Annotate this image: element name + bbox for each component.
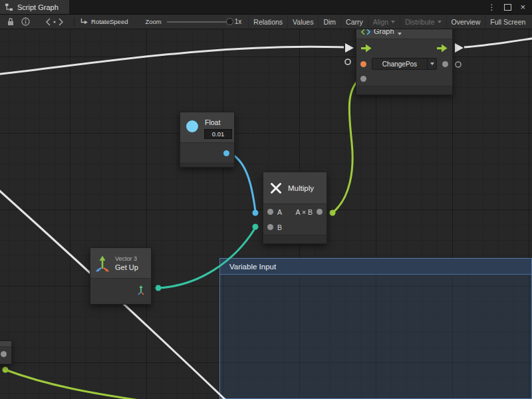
window-menu-icon[interactable]: ⋮ (487, 3, 495, 11)
vector3-output-port-icon[interactable] (136, 285, 146, 296)
graph-unit-icon (361, 29, 370, 35)
graph-pointer-icon (80, 15, 88, 29)
flow-in-port-icon[interactable] (361, 44, 372, 53)
button-label: Relations (253, 18, 283, 26)
zoom-slider[interactable] (167, 21, 231, 23)
zoom-value: 1x (235, 18, 242, 25)
chevron-down-icon (391, 21, 395, 23)
offscreen-node-header (0, 341, 11, 347)
vector3-get-up-node[interactable]: Vector 3 Get Up (90, 247, 152, 305)
button-label: Distribute (405, 18, 434, 26)
toolbar-button-align[interactable]: Align (368, 15, 400, 29)
label-b: B (277, 223, 282, 231)
lock-icon-glyph (7, 17, 15, 26)
jump-to-code-icon[interactable] (41, 15, 68, 29)
toolbar-buttons: Relations Values Dim Carry Align Distrib… (248, 15, 530, 29)
label-a-times-b: A × B (296, 208, 313, 216)
label-a: A (277, 208, 282, 216)
input-port-b[interactable] (267, 224, 273, 230)
changepos-dropdown-value: ChangePos (372, 61, 427, 68)
float-header[interactable]: Float (180, 112, 234, 143)
tab-title: Script Graph (17, 3, 59, 11)
vector3-header[interactable]: Vector 3 Get Up (90, 248, 151, 279)
chevron-down-icon (430, 63, 434, 65)
multiply-icon (269, 182, 283, 195)
graph-flow-row (356, 39, 452, 57)
zoom-label: Zoom (145, 18, 161, 25)
toolbar-button-overview[interactable]: Overview (446, 15, 485, 29)
toolbar-button-full-screen[interactable]: Full Screen (485, 15, 530, 29)
lock-icon[interactable] (4, 15, 17, 29)
graph-unit-footer (356, 86, 452, 94)
float-output-port[interactable] (223, 150, 229, 156)
vector3-header-text: Vector 3 Get Up (115, 255, 138, 271)
variable-input-title: Variable Input (229, 263, 276, 271)
multiply-node[interactable]: Multiply A A × B B (263, 172, 327, 244)
window-close-icon[interactable]: × (520, 3, 525, 11)
toolbar-button-dim[interactable]: Dim (318, 15, 340, 29)
graph-extra-row (356, 71, 452, 86)
button-label: Values (293, 18, 313, 26)
offscreen-node-fragment[interactable] (0, 340, 12, 364)
changepos-dropdown[interactable]: ChangePos (372, 58, 437, 70)
info-icon-glyph (21, 17, 30, 26)
script-graph-window: Variable Input Graph (0, 0, 532, 399)
float-title: Float (205, 118, 220, 126)
graph-name-label: RotateSpeed (91, 18, 128, 25)
toolbar-button-values[interactable]: Values (287, 15, 318, 29)
zoom-slider-handle[interactable] (226, 18, 233, 25)
float-node[interactable]: Float (180, 112, 235, 168)
changepos-row: ChangePos (356, 57, 452, 71)
float-footer (180, 163, 234, 167)
button-label: Full Screen (490, 18, 525, 26)
window-controls: ⋮ × (487, 3, 532, 11)
script-graph-icon (5, 3, 13, 11)
jump-to-code-glyph (46, 18, 63, 26)
toolbar-button-carry[interactable]: Carry (340, 15, 368, 29)
changepos-input-port[interactable] (360, 61, 366, 67)
button-label: Align (373, 18, 388, 26)
multiply-row-b: B (263, 219, 327, 235)
vector3-body (90, 279, 151, 304)
float-value-input[interactable] (204, 129, 232, 139)
button-label: Overview (452, 18, 481, 26)
button-label: Dim (323, 18, 336, 26)
multiply-header[interactable]: Multiply (263, 172, 327, 204)
float-icon (186, 120, 198, 132)
chevron-down-icon (398, 33, 402, 35)
chevron-down-icon (438, 21, 442, 23)
window-restore-icon[interactable] (504, 4, 511, 11)
button-label: Carry (346, 18, 363, 26)
graph-extra-input-port[interactable] (360, 76, 366, 82)
toolbar-button-relations[interactable]: Relations (248, 15, 287, 29)
output-port-result[interactable] (317, 209, 323, 215)
flow-out-port-icon[interactable] (437, 44, 448, 53)
multiply-footer (263, 235, 327, 243)
variable-input-header[interactable]: Variable Input (220, 259, 531, 275)
tab-bar: Script Graph ⋮ × (0, 0, 532, 15)
changepos-output-port[interactable] (442, 61, 448, 67)
info-icon[interactable] (17, 15, 33, 29)
multiply-title: Multiply (288, 184, 314, 192)
vector3-title: Get Up (115, 263, 138, 271)
graph-pointer-glyph (80, 18, 88, 25)
offscreen-node-port[interactable] (1, 351, 7, 357)
float-body (180, 143, 234, 163)
toolbar-button-distribute[interactable]: Distribute (400, 15, 446, 29)
input-port-a[interactable] (267, 209, 273, 215)
dropdown-caret-box (427, 59, 436, 69)
toolbar-separator (74, 17, 74, 26)
vector3-type-label: Vector 3 (115, 255, 138, 262)
graph-toolbar: RotateSpeed Zoom 1x Relations Values Dim… (0, 15, 532, 29)
graph-unit-node[interactable]: Graph ChangePos (356, 20, 453, 95)
tab-script-graph[interactable]: Script Graph (0, 0, 69, 14)
vector3-icon (94, 255, 110, 272)
variable-input-panel: Variable Input (219, 258, 532, 399)
multiply-row-a: A A × B (263, 204, 327, 219)
